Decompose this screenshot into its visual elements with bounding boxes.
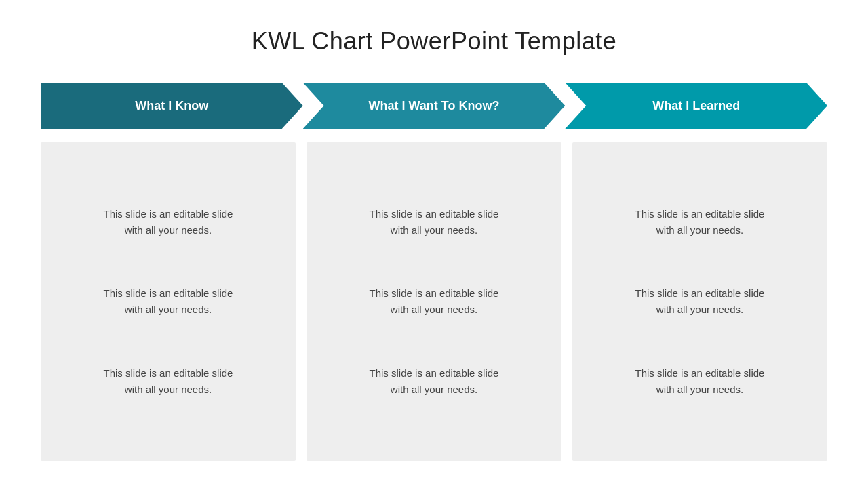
card-want-text-2: This slide is an editable slidewith all …: [326, 285, 542, 318]
slide-title: KWL Chart PowerPoint Template: [252, 27, 617, 56]
arrow-want-label: What I Want To Know?: [355, 99, 513, 113]
card-learned-text-1: This slide is an editable slidewith all …: [591, 206, 808, 239]
arrow-want: What I Want To Know?: [303, 83, 566, 129]
arrow-learned: What I Learned: [565, 83, 827, 129]
card-know-text-2: This slide is an editable slidewith all …: [60, 285, 277, 318]
arrow-learned-shape: What I Learned: [565, 83, 827, 129]
card-want: This slide is an editable slidewith all …: [307, 142, 561, 461]
slide: KWL Chart PowerPoint Template What I Kno…: [0, 0, 868, 488]
cards-row: This slide is an editable slidewith all …: [41, 142, 827, 461]
arrow-know-shape: What I Know: [41, 83, 303, 129]
arrows-row: What I Know What I Want To Know? What I …: [41, 83, 827, 129]
card-want-text-3: This slide is an editable slidewith all …: [326, 365, 542, 398]
arrow-learned-label: What I Learned: [639, 99, 753, 113]
arrow-know: What I Know: [41, 83, 303, 129]
card-know: This slide is an editable slidewith all …: [41, 142, 296, 461]
card-learned-text-3: This slide is an editable slidewith all …: [591, 365, 808, 398]
card-learned: This slide is an editable slidewith all …: [572, 142, 827, 461]
arrow-know-label: What I Know: [121, 99, 222, 113]
card-know-text-3: This slide is an editable slidewith all …: [60, 365, 277, 398]
card-learned-text-2: This slide is an editable slidewith all …: [591, 285, 808, 318]
card-know-text-1: This slide is an editable slidewith all …: [60, 206, 277, 239]
arrow-want-shape: What I Want To Know?: [303, 83, 566, 129]
card-want-text-1: This slide is an editable slidewith all …: [326, 206, 542, 239]
